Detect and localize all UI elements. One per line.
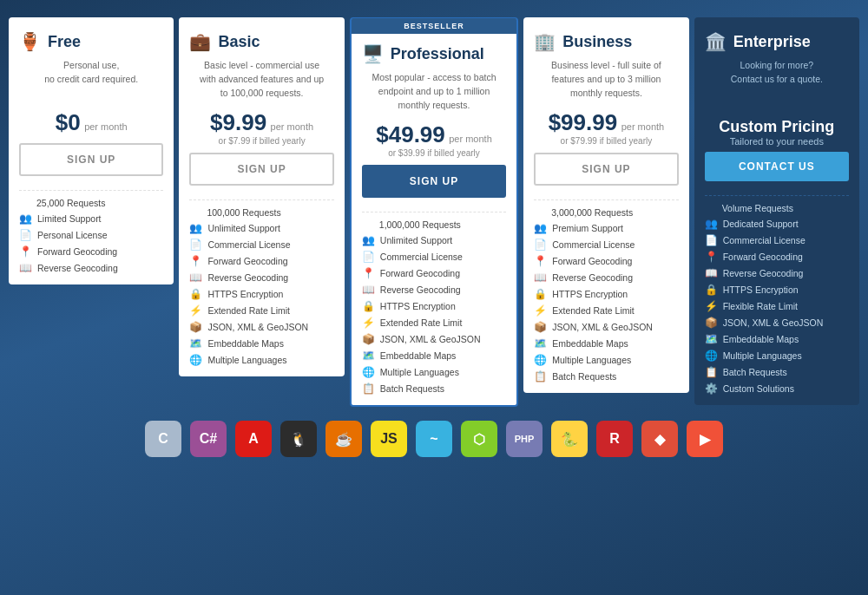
feature-text: Forward Geocoding: [552, 256, 632, 266]
feature-item: 🗺️ Embeddable Maps: [362, 350, 506, 362]
feature-icon: 🔒: [705, 284, 718, 296]
feature-text: JSON, XML & GeoJSON: [552, 322, 653, 332]
plan-header-free: 🏺 Free: [19, 31, 163, 52]
plan-price-free: $0 per month: [19, 109, 163, 136]
feature-item: 📄 Commercial License: [705, 234, 849, 246]
feature-text: Batch Requests: [723, 367, 787, 377]
feature-icon: ⚡: [705, 300, 718, 312]
feature-item: Volume Requests: [705, 203, 849, 213]
logo-badge-: ☕: [326, 421, 362, 457]
plan-card-enterprise: 🏛️ Enterprise Looking for more?Contact u…: [694, 17, 859, 405]
feature-icon: 📍: [362, 267, 375, 279]
feature-icon: 👥: [705, 218, 718, 230]
divider-business: [534, 199, 678, 200]
feature-list-free: 25,000 Requests 👥 Limited Support 📄 Pers…: [19, 198, 163, 274]
logos-row: CC#A🐧☕JS~⬡PHP🐍R◆▶: [145, 421, 723, 457]
plan-icon-free: 🏺: [19, 31, 41, 52]
feature-text: Forward Geocoding: [207, 256, 287, 266]
feature-text: Multiple Languages: [723, 350, 802, 361]
feature-icon: 🗺️: [189, 337, 202, 350]
feature-text: Commercial License: [207, 239, 290, 250]
feature-text: JSON, XML & GeoJSON: [380, 334, 481, 344]
feature-item: 📄 Commercial License: [534, 239, 678, 251]
feature-icon: 🌐: [189, 354, 202, 366]
contact-us-button[interactable]: CONTACT US: [705, 152, 849, 181]
feature-icon: 📦: [534, 321, 547, 333]
feature-list-business: 3,000,000 Requests 👥 Premium Support 📄 C…: [534, 207, 678, 382]
feature-item: 📖 Reverse Geocoding: [19, 262, 163, 274]
feature-item: ⚙️ Custom Solutions: [705, 382, 849, 395]
signup-button-free[interactable]: SIGN UP: [19, 143, 163, 176]
plan-card-professional: BESTSELLER 🖥️ Professional Most popular …: [350, 17, 518, 407]
feature-icon: 📖: [19, 262, 32, 274]
feature-item: ⚡ Extended Rate Limit: [189, 304, 333, 317]
feature-item: 📍 Forward Geocoding: [189, 255, 333, 267]
logo-badge-: 🐧: [280, 421, 317, 457]
feature-icon: 📄: [19, 229, 32, 241]
feature-item: 📖 Reverse Geocoding: [705, 267, 849, 279]
feature-icon: 📄: [189, 239, 202, 251]
feature-text: Batch Requests: [380, 383, 444, 394]
plan-icon-enterprise: 🏛️: [705, 31, 727, 52]
divider-enterprise: [705, 195, 849, 196]
logo-badge-C: C#: [190, 421, 227, 457]
feature-item: 📦 JSON, XML & GeoJSON: [362, 333, 506, 345]
feature-item: 📄 Personal License: [19, 229, 163, 241]
feature-item: 🌐 Multiple Languages: [189, 354, 333, 366]
plan-price-business: $99.99 per month or $79.99 if billed yea…: [534, 109, 678, 146]
feature-text: Reverse Geocoding: [380, 284, 461, 295]
feature-icon: 📄: [534, 239, 547, 251]
logo-badge-: ▶: [687, 421, 723, 457]
feature-icon: 🔒: [189, 288, 202, 300]
plan-header-business: 🏢 Business: [534, 31, 678, 52]
feature-icon: 👥: [362, 234, 375, 246]
plan-card-basic: 💼 Basic Basic level - commercial usewith…: [179, 17, 344, 376]
feature-text: Multiple Languages: [207, 355, 286, 365]
feature-text: HTTPS Encryption: [552, 289, 628, 299]
signup-button-basic[interactable]: SIGN UP: [189, 153, 333, 186]
feature-text: Commercial License: [723, 235, 806, 245]
logo-badge-PHP: PHP: [506, 421, 542, 457]
feature-icon: 🌐: [534, 354, 547, 366]
feature-text: Embeddable Maps: [207, 338, 284, 349]
signup-button-business[interactable]: SIGN UP: [534, 153, 678, 186]
feature-icon: 📍: [189, 255, 202, 267]
plan-desc-free: Personal use,no credit card required.: [19, 59, 163, 101]
feature-item: ⚡ Flexible Rate Limit: [705, 300, 849, 312]
feature-text: Embeddable Maps: [380, 350, 457, 361]
feature-text: Multiple Languages: [380, 367, 459, 377]
feature-text: HTTPS Encryption: [723, 284, 799, 295]
feature-icon: 📋: [534, 370, 547, 382]
price-yearly-business: or $79.99 if billed yearly: [534, 136, 678, 146]
logo-badge-: ~: [416, 421, 452, 457]
divider-professional: [362, 212, 506, 212]
feature-icon: 📋: [362, 382, 375, 395]
logo-badge-: ⬡: [461, 421, 497, 457]
feature-text: Extended Rate Limit: [552, 305, 635, 316]
feature-item: 📖 Reverse Geocoding: [534, 271, 678, 284]
custom-pricing-sub: Tailored to your needs: [705, 136, 849, 147]
feature-icon: 🗺️: [534, 337, 547, 350]
feature-text: Forward Geocoding: [37, 246, 117, 257]
feature-icon: ⚙️: [705, 382, 718, 395]
feature-item: 🔒 HTTPS Encryption: [705, 284, 849, 296]
logo-badge-R: R: [596, 421, 633, 457]
signup-button-professional[interactable]: SIGN UP: [362, 165, 506, 198]
feature-item: 📦 JSON, XML & GeoJSON: [705, 317, 849, 329]
plan-desc-business: Business level - full suite offeatures a…: [534, 59, 678, 101]
feature-item: 📄 Commercial License: [362, 251, 506, 263]
feature-item: 🌐 Multiple Languages: [362, 366, 506, 378]
feature-icon: 👥: [189, 222, 202, 234]
feature-icon: 📍: [19, 245, 32, 258]
feature-item: 📋 Batch Requests: [534, 370, 678, 382]
feature-text: Unlimited Support: [380, 235, 452, 245]
plan-price-basic: $9.99 per month or $7.99 if billed yearl…: [189, 109, 333, 146]
feature-icon: 📦: [362, 333, 375, 345]
plan-name-professional: Professional: [391, 45, 484, 63]
feature-item: 🗺️ Embeddable Maps: [534, 337, 678, 350]
feature-icon: 🗺️: [362, 350, 375, 362]
logo-badge-C: C: [145, 421, 181, 457]
feature-item: 1,000,000 Requests: [362, 219, 506, 230]
feature-text: Commercial License: [552, 239, 635, 250]
price-amount-free: $0: [56, 109, 81, 135]
